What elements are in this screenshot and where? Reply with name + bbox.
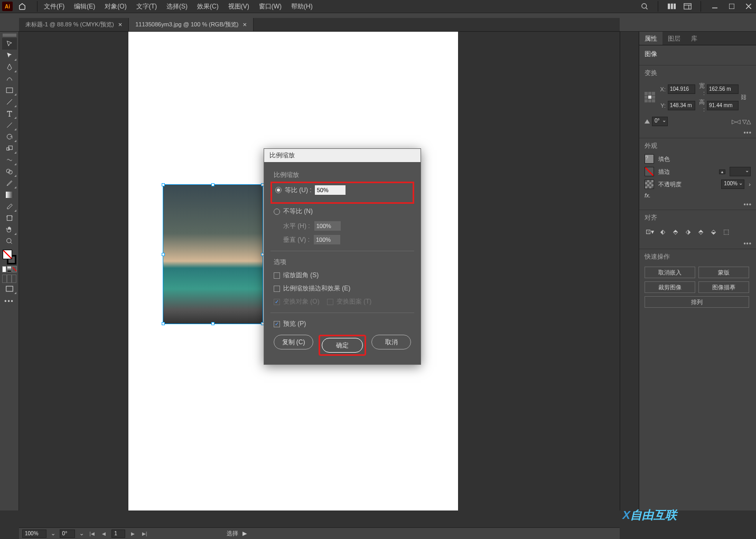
gradient-tool[interactable] — [2, 189, 17, 201]
tab-libraries[interactable]: 库 — [686, 32, 703, 45]
rectangle-tool[interactable] — [2, 84, 17, 96]
first-artboard[interactable]: |◀ — [88, 530, 96, 537]
tab-1-close[interactable]: × — [118, 21, 123, 29]
rotate-tool[interactable] — [2, 131, 17, 143]
h-input[interactable] — [707, 101, 739, 110]
uniform-radio[interactable] — [275, 187, 282, 193]
status-menu-icon[interactable]: ▶ — [242, 530, 247, 537]
width-tool[interactable] — [2, 154, 17, 166]
stroke-weight[interactable] — [730, 167, 751, 176]
rotate-dropdown-icon[interactable]: ⌄ — [79, 530, 84, 537]
home-button[interactable] — [17, 1, 27, 12]
direct-selection-tool[interactable] — [2, 50, 17, 61]
artboard-tool[interactable] — [2, 212, 17, 224]
close-button[interactable] — [743, 2, 754, 11]
menu-effect[interactable]: 效果(C) — [193, 1, 223, 13]
scale-corners-check[interactable] — [274, 272, 280, 279]
last-artboard[interactable]: ▶| — [141, 530, 148, 537]
stroke-swatch[interactable] — [645, 167, 654, 176]
arrange-button[interactable]: 排列 — [645, 296, 749, 308]
y-input[interactable] — [668, 101, 695, 110]
align-hcenter[interactable]: ⬘ — [670, 226, 680, 237]
maximize-button[interactable] — [726, 2, 737, 11]
cancel-button[interactable]: 取消 — [371, 335, 411, 349]
color-mode-swatches[interactable] — [2, 266, 17, 272]
menu-view[interactable]: 视图(V) — [224, 1, 254, 13]
menu-help[interactable]: 帮助(H) — [287, 1, 317, 13]
preview-check[interactable] — [274, 321, 280, 327]
arrange-docs-icon[interactable] — [667, 2, 676, 11]
flip-v-icon[interactable]: ▽△ — [742, 118, 751, 125]
crop-button[interactable]: 裁剪图像 — [645, 281, 695, 293]
x-input[interactable] — [668, 84, 695, 94]
unembed-button[interactable]: 取消嵌入 — [645, 267, 695, 278]
link-wh-icon[interactable]: ⛓ — [741, 94, 749, 100]
canvas[interactable]: 比例缩放 比例缩放 等比 (U) : 不等比 (N) 水平 (H) : — [19, 32, 620, 510]
transform-more[interactable]: ••• — [639, 128, 756, 138]
artboard-select[interactable]: 1 — [111, 529, 125, 538]
align-vcenter[interactable]: ⬙ — [708, 226, 718, 237]
scale-strokes-check[interactable] — [274, 286, 280, 292]
menu-select[interactable]: 选择(S) — [162, 1, 192, 13]
zoom-tool[interactable] — [2, 235, 17, 247]
align-more[interactable]: ••• — [639, 239, 756, 249]
align-to-menu[interactable]: ⊡▾ — [645, 226, 655, 237]
menu-window[interactable]: 窗口(W) — [255, 1, 286, 13]
menu-object[interactable]: 对象(O) — [100, 1, 130, 13]
screen-mode[interactable] — [2, 283, 17, 295]
copy-button[interactable]: 复制 (C) — [274, 335, 313, 349]
eyedropper-tool[interactable] — [2, 177, 17, 189]
fill-swatch[interactable]: ? — [645, 154, 654, 164]
nonuniform-radio[interactable] — [274, 209, 280, 215]
search-icon[interactable] — [640, 2, 649, 11]
workspace-icon[interactable] — [683, 2, 692, 11]
draw-mode[interactable] — [2, 275, 17, 283]
tab-properties[interactable]: 属性 — [639, 32, 662, 45]
selected-image[interactable] — [163, 184, 263, 324]
minimize-button[interactable] — [710, 2, 720, 11]
selection-tool[interactable] — [2, 38, 17, 50]
shape-builder-tool[interactable] — [2, 166, 17, 177]
tab-layers[interactable]: 图层 — [662, 32, 686, 45]
appearance-more[interactable]: ••• — [639, 200, 756, 210]
zoom-dropdown-icon[interactable]: ⌄ — [51, 530, 55, 537]
paintbrush-tool[interactable] — [2, 96, 17, 108]
scale-tool[interactable] — [2, 143, 17, 154]
prev-artboard[interactable]: ◀ — [100, 530, 107, 537]
opacity-more[interactable]: › — [749, 181, 751, 187]
mask-button[interactable]: 蒙版 — [698, 267, 749, 278]
opacity-input[interactable]: 100% — [721, 179, 744, 189]
document-tab-2[interactable]: 11135086ym3.jpg @ 100 % (RGB/预览) × — [129, 18, 254, 31]
reference-point[interactable] — [645, 92, 655, 102]
w-input[interactable] — [707, 84, 739, 94]
zoom-select[interactable]: 100% — [22, 529, 46, 538]
document-tab-1[interactable]: 未标题-1 @ 88.89 % (CMYK/预览) × — [19, 18, 129, 31]
horiz-input[interactable] — [314, 221, 341, 231]
tab-2-close[interactable]: × — [242, 21, 247, 29]
curvature-tool[interactable] — [2, 73, 17, 84]
flip-h-icon[interactable]: ▷◁ — [732, 118, 740, 125]
collapsed-dock[interactable] — [620, 32, 639, 510]
vert-input[interactable] — [314, 235, 340, 244]
align-right[interactable]: ⬗ — [683, 226, 693, 237]
angle-input[interactable]: 0° — [652, 117, 668, 126]
align-top[interactable]: ⬘ — [695, 226, 706, 237]
menu-text[interactable]: 文字(T) — [132, 1, 161, 13]
align-bottom[interactable]: ⬚ — [721, 226, 731, 237]
next-artboard[interactable]: ▶ — [129, 530, 137, 537]
fx-label[interactable]: fx. — [645, 192, 651, 198]
pen-tool[interactable] — [2, 61, 17, 73]
type-tool[interactable] — [2, 108, 17, 119]
fill-stroke-swatch[interactable] — [2, 249, 17, 265]
menu-file[interactable]: 文件(F) — [40, 1, 69, 13]
rotate-select[interactable]: 0° — [60, 529, 76, 538]
hand-tool[interactable] — [2, 224, 17, 235]
trace-button[interactable]: 图像描摹 — [698, 281, 749, 293]
align-left[interactable]: ⬖ — [657, 226, 668, 237]
line-tool[interactable] — [2, 119, 17, 131]
stroke-up[interactable]: ▲ — [719, 169, 725, 174]
menu-edit[interactable]: 编辑(E) — [70, 1, 99, 13]
eraser-tool[interactable] — [2, 201, 17, 212]
uniform-input[interactable] — [315, 185, 346, 195]
ok-button[interactable]: 确定 — [322, 338, 363, 353]
